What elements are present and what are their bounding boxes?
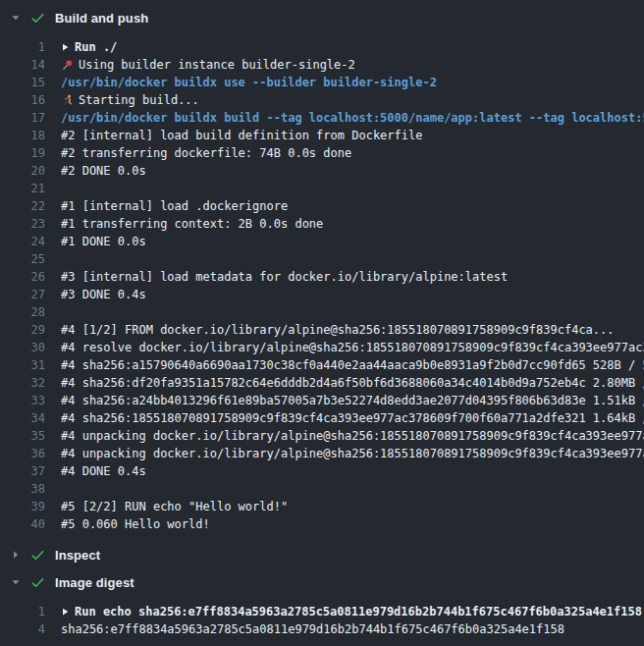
log-line: 38 [0, 480, 644, 498]
log-line: 33#4 sha256:a24bb4013296f61e89ba57005a7b… [0, 392, 644, 409]
group-title: Inspect [55, 548, 100, 563]
line-number[interactable]: 14 [0, 56, 45, 74]
log-line-text: Run ./ [75, 38, 117, 56]
log-line: 24#1 DONE 0.0s [0, 233, 644, 250]
line-number[interactable]: 38 [0, 480, 45, 498]
line-number[interactable]: 16 [0, 91, 45, 109]
line-number[interactable]: 32 [0, 374, 45, 392]
log-line: 17/usr/bin/docker buildx build --tag loc… [0, 109, 644, 127]
log-group-header-build-and-push[interactable]: Build and push [0, 4, 644, 31]
line-number[interactable]: 24 [0, 233, 45, 250]
log-line-content: #3 DONE 0.4s [61, 286, 146, 303]
caret-right-icon [8, 550, 24, 560]
log-line-content: #4 unpacking docker.io/library/alpine@sh… [61, 445, 644, 462]
line-number[interactable]: 33 [0, 392, 45, 409]
log-line-text: #2 DONE 0.0s [61, 162, 146, 180]
runner-icon [61, 94, 74, 107]
log-line: 32#4 sha256:df20fa9351a15782c64e6dddb2d4… [0, 374, 644, 392]
line-number[interactable]: 25 [0, 250, 45, 268]
caret-down-icon [8, 13, 24, 23]
line-number[interactable]: 1 [0, 38, 45, 56]
log-line-content: #2 DONE 0.0s [61, 162, 146, 180]
line-number[interactable]: 22 [0, 197, 45, 215]
log-line: 40#5 0.060 Hello world! [0, 515, 644, 533]
line-number[interactable]: 31 [0, 356, 45, 374]
play-icon[interactable] [61, 42, 70, 52]
line-number[interactable]: 20 [0, 162, 45, 180]
line-number[interactable]: 1 [0, 603, 45, 620]
log-line-text: #2 [internal] load build definition from… [61, 127, 422, 144]
log-line: 1Run ./ [0, 38, 644, 56]
line-number[interactable]: 30 [0, 339, 45, 356]
log-line-content: #4 sha256:a24bb4013296f61e89ba57005a7b3e… [61, 392, 644, 409]
line-number[interactable]: 35 [0, 427, 45, 445]
log-line-content: #2 transferring dockerfile: 74B 0.0s don… [61, 144, 351, 162]
log-line-text: #4 unpacking docker.io/library/alpine@sh… [61, 445, 644, 462]
group-title: Image digest [55, 575, 134, 590]
log-line-content: #4 [1/2] FROM docker.io/library/alpine@s… [61, 321, 615, 339]
line-number[interactable]: 17 [0, 109, 45, 127]
log-line-text: /usr/bin/docker buildx build --tag local… [61, 109, 644, 127]
log-line-content: #4 sha256:a15790640a6690aa1730c38cf0a440… [61, 356, 644, 374]
log-line-text: #4 sha256:df20fa9351a15782c64e6dddb2d4a6… [61, 374, 644, 392]
check-icon [29, 575, 45, 590]
log-line-text: #4 DONE 0.4s [61, 462, 146, 480]
log-line-content: #5 [2/2] RUN echo "Hello world!" [61, 498, 288, 515]
line-number[interactable]: 37 [0, 462, 45, 480]
log-line: 26#3 [internal] load metadata for docker… [0, 268, 644, 286]
line-number[interactable]: 23 [0, 215, 45, 233]
line-number[interactable]: 36 [0, 445, 45, 462]
line-number[interactable]: 40 [0, 515, 45, 533]
log-line: 35#4 unpacking docker.io/library/alpine@… [0, 427, 644, 445]
play-icon[interactable] [61, 607, 70, 617]
log-line: 25 [0, 250, 644, 268]
log-line: 22#1 [internal] load .dockerignore [0, 197, 644, 215]
log-line: 18#2 [internal] load build definition fr… [0, 127, 644, 144]
group-title: Build and push [55, 11, 148, 26]
log-line-text: Using builder instance builder-single-2 [79, 56, 355, 74]
log-line-content: Starting build... [61, 91, 199, 109]
log-line-content: #4 DONE 0.4s [61, 462, 146, 480]
log-line-content: #1 [internal] load .dockerignore [61, 197, 288, 215]
log-line: 14Using builder instance builder-single-… [0, 56, 644, 74]
line-number[interactable]: 4 [0, 620, 45, 638]
caret-down-icon [8, 577, 24, 587]
line-number[interactable]: 18 [0, 127, 45, 144]
log-line-text: #3 DONE 0.4s [61, 286, 146, 303]
log-line: 4sha256:e7ff8834a5963a2785c5a0811e979d16… [0, 620, 644, 638]
log-group-header-inspect[interactable]: Inspect [0, 541, 644, 568]
check-icon [29, 11, 45, 26]
log-line-text: Starting build... [79, 91, 199, 109]
log-line: 36#4 unpacking docker.io/library/alpine@… [0, 445, 644, 462]
log-line-text: /usr/bin/docker buildx use --builder bui… [61, 74, 437, 91]
log-line-text: #4 [1/2] FROM docker.io/library/alpine@s… [61, 321, 615, 339]
log-groups: Build and push1Run ./14Using builder ins… [0, 4, 644, 638]
line-number[interactable]: 28 [0, 303, 45, 321]
log-line-content: #4 resolve docker.io/library/alpine@sha2… [61, 339, 644, 356]
log-line-content: sha256:e7ff8834a5963a2785c5a0811e979d16b… [61, 620, 564, 638]
log-line: 20#2 DONE 0.0s [0, 162, 644, 180]
log-line-text: #4 sha256:a15790640a6690aa1730c38cf0a440… [61, 356, 644, 374]
line-number[interactable]: 39 [0, 498, 45, 515]
line-number[interactable]: 34 [0, 409, 45, 427]
line-number[interactable]: 27 [0, 286, 45, 303]
log-line: 27#3 DONE 0.4s [0, 286, 644, 303]
log-line-content: #2 [internal] load build definition from… [61, 127, 422, 144]
log-line-text: #4 sha256:a24bb4013296f61e89ba57005a7b3e… [61, 392, 644, 409]
line-number[interactable]: 26 [0, 268, 45, 286]
log-line-content: #1 transferring context: 2B 0.0s done [61, 215, 323, 233]
line-number[interactable]: 21 [0, 180, 45, 197]
log-line-content: #1 DONE 0.0s [61, 233, 146, 250]
log-line-text: #1 transferring context: 2B 0.0s done [61, 215, 323, 233]
line-number[interactable]: 19 [0, 144, 45, 162]
log-line-text: #4 sha256:185518070891758909c9f839cf4ca3… [61, 409, 644, 427]
log-line: 16Starting build... [0, 91, 644, 109]
log-line-text: #5 [2/2] RUN echo "Hello world!" [61, 498, 288, 515]
log-line: 15/usr/bin/docker buildx use --builder b… [0, 74, 644, 91]
log-line: 31#4 sha256:a15790640a6690aa1730c38cf0a4… [0, 356, 644, 374]
line-number[interactable]: 29 [0, 321, 45, 339]
log-line-content: Run ./ [61, 38, 117, 56]
log-group-header-image-digest[interactable]: Image digest [0, 568, 644, 596]
log-line: 30#4 resolve docker.io/library/alpine@sh… [0, 339, 644, 356]
line-number[interactable]: 15 [0, 74, 45, 91]
